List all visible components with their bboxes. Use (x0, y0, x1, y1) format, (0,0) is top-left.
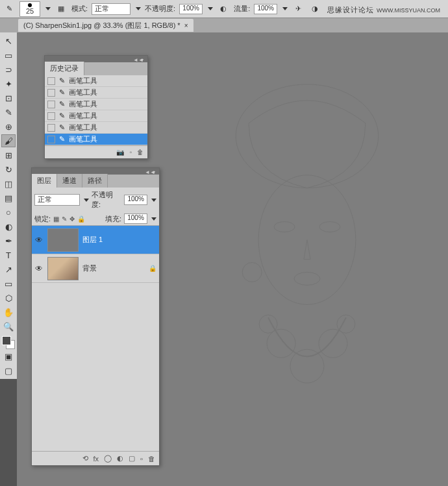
delete-layer-icon[interactable]: 🗑 (148, 455, 155, 463)
mode-dropdown-icon[interactable] (136, 7, 141, 10)
svg-point-0 (236, 84, 379, 188)
new-snapshot-icon[interactable]: 📷 (116, 149, 124, 156)
layer-opacity-input[interactable]: 100% (124, 195, 147, 205)
3d-tool[interactable]: ⬡ (1, 291, 16, 304)
screenmode-icon[interactable]: ▢ (1, 364, 16, 377)
svg-point-2 (274, 222, 295, 232)
flow-dropdown-icon[interactable] (282, 7, 288, 10)
fx-icon[interactable]: fx (93, 455, 99, 463)
move-tool[interactable]: ↖ (1, 34, 16, 47)
tablet-opacity-icon[interactable]: ◐ (217, 3, 230, 16)
stamp-tool[interactable]: ⊞ (1, 149, 16, 162)
gradient-tool[interactable]: ▤ (1, 191, 16, 204)
layers-tab-1[interactable]: 通道 (57, 174, 82, 188)
lock-trans-icon[interactable]: ▦ (53, 215, 59, 223)
new-layer-icon[interactable]: ▫ (140, 455, 143, 463)
new-doc-icon[interactable]: ▫ (129, 149, 132, 156)
fill-dropdown-icon[interactable] (151, 217, 156, 221)
dodge-tool[interactable]: ◐ (1, 220, 16, 233)
flow-label: 流量: (234, 4, 250, 14)
collapse-icon[interactable]: ◄◄ (133, 57, 137, 61)
opacity-dropdown-icon[interactable] (208, 7, 213, 10)
adjust-icon[interactable]: ◐ (117, 454, 123, 463)
history-row[interactable]: ✎画笔工具 (45, 75, 147, 87)
color-swatch[interactable] (2, 336, 15, 349)
collapse-icon[interactable]: ◄◄ (145, 169, 149, 173)
blend-dropdown-icon[interactable] (84, 199, 89, 202)
eyedropper-tool[interactable]: ✎ (1, 106, 16, 119)
menu-icon[interactable]: ▾ (153, 169, 156, 173)
path-tool[interactable]: ↗ (1, 263, 16, 276)
lock-pos-icon[interactable]: ✥ (69, 215, 75, 223)
heal-tool[interactable]: ⊕ (1, 120, 16, 133)
history-brush-tool[interactable]: ↻ (1, 163, 16, 176)
shape-tool[interactable]: ▭ (1, 277, 16, 290)
layers-tab-2[interactable]: 路径 (82, 174, 108, 188)
history-row[interactable]: ✎画笔工具 (45, 99, 147, 110)
lock-label: 锁定: (34, 214, 51, 224)
canvas-image (173, 58, 442, 480)
layer-opacity-label: 不透明度: (92, 190, 121, 210)
history-tab[interactable]: 历史记录 (45, 62, 84, 75)
history-check[interactable] (47, 77, 55, 85)
crop-tool[interactable]: ⊡ (1, 91, 16, 104)
layer-thumbnail[interactable] (47, 257, 79, 280)
history-check[interactable] (47, 136, 55, 143)
svg-point-6 (290, 349, 324, 383)
hand-tool[interactable]: ✋ (1, 306, 16, 319)
pen-tool[interactable]: ✒ (1, 234, 16, 247)
document-tab[interactable]: (C) SharpenSkin1.jpg @ 33.3% (图层 1, RGB/… (18, 19, 193, 32)
wand-tool[interactable]: ✦ (1, 77, 16, 90)
visibility-icon[interactable]: 👁 (34, 236, 44, 245)
opacity-input[interactable]: 100% (179, 4, 203, 14)
airbrush-icon[interactable]: ✈ (292, 3, 305, 16)
brush-panel-icon[interactable]: ▦ (55, 3, 68, 16)
layer-thumbnail[interactable] (47, 228, 79, 252)
menu-icon[interactable]: ▾ (141, 57, 145, 61)
history-panel: ◄◄ ▾ 历史记录 ✎画笔工具✎画笔工具✎画笔工具✎画笔工具✎画笔工具✎画笔工具… (44, 55, 148, 159)
layers-panel: ◄◄ ▾ 图层通道路径 正常 不透明度: 100% 锁定: ▦ ✎ ✥ 🔒 填充… (31, 167, 160, 466)
delete-icon[interactable]: 🗑 (137, 149, 143, 156)
link-icon[interactable]: ⟲ (82, 454, 88, 463)
group-icon[interactable]: ▢ (129, 454, 135, 463)
document-tabs: (C) SharpenSkin1.jpg @ 33.3% (图层 1, RGB/… (0, 18, 448, 32)
eraser-tool[interactable]: ◫ (1, 177, 16, 190)
marquee-tool[interactable]: ▭ (1, 49, 16, 62)
layer-name: 图层 1 (82, 235, 103, 245)
zoom-tool[interactable]: 🔍 (1, 320, 16, 333)
history-check[interactable] (47, 101, 55, 108)
tool-preset-icon[interactable]: ✎ (3, 3, 16, 16)
mask-icon[interactable]: ◯ (104, 454, 112, 463)
history-row[interactable]: ✎画笔工具 (45, 134, 147, 145)
visibility-icon[interactable]: 👁 (34, 264, 44, 273)
history-check[interactable] (47, 89, 55, 97)
layer-row[interactable]: 👁背景🔒 (32, 254, 159, 283)
history-check[interactable] (47, 112, 55, 120)
svg-point-1 (258, 175, 356, 305)
brush-dropdown-icon[interactable] (45, 7, 51, 10)
tablet-size-icon[interactable]: ◑ (308, 3, 321, 16)
close-icon[interactable]: × (184, 22, 188, 29)
layers-tab-0[interactable]: 图层 (32, 174, 57, 188)
history-row[interactable]: ✎画笔工具 (45, 110, 147, 122)
history-row[interactable]: ✎画笔工具 (45, 122, 147, 134)
lasso-tool[interactable]: ⊃ (1, 63, 16, 76)
history-row[interactable]: ✎画笔工具 (45, 87, 147, 99)
lock-paint-icon[interactable]: ✎ (62, 215, 67, 223)
type-tool[interactable]: T (1, 249, 16, 261)
mode-label: 模式: (71, 4, 88, 14)
layer-row[interactable]: 👁图层 1 (32, 226, 159, 254)
layer-opacity-dropdown-icon[interactable] (151, 199, 156, 202)
svg-point-9 (337, 315, 355, 333)
blend-mode-select[interactable]: 正常 (92, 3, 131, 15)
history-check[interactable] (47, 124, 55, 132)
quickmask-icon[interactable]: ▣ (1, 350, 16, 363)
brush-tool[interactable]: 🖌 (1, 134, 16, 147)
brush-preset[interactable]: 25 (19, 1, 40, 17)
fill-input[interactable]: 100% (124, 213, 147, 224)
flow-input[interactable]: 100% (254, 4, 277, 14)
layer-blend-select[interactable]: 正常 (34, 194, 80, 206)
brush-icon: ✎ (59, 135, 65, 143)
lock-all-icon[interactable]: 🔒 (77, 215, 85, 223)
blur-tool[interactable]: ○ (1, 206, 16, 219)
